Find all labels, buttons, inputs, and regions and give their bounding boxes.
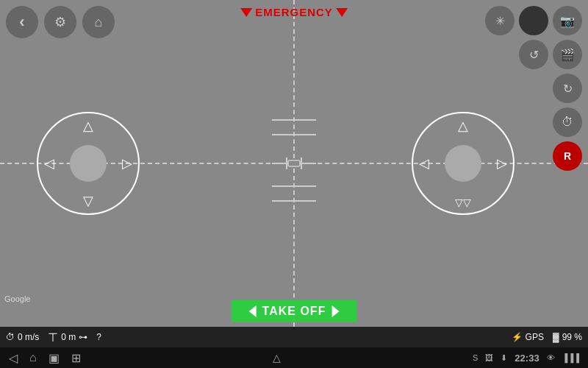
speed-display: ⏱ 0 m/s	[6, 332, 39, 342]
top-right-row-3: ↻	[485, 74, 582, 103]
flip-icon: ↺	[529, 48, 539, 62]
nav-screenshot-icon: 🖼	[485, 353, 493, 362]
altitude-value: 0 m	[61, 332, 76, 342]
nav-grid-icon[interactable]: ⊞	[71, 351, 81, 365]
nav-skype-icon: S	[473, 353, 478, 362]
altitude-display: ⊤ 0 m ⊶	[48, 330, 87, 344]
att-line-2	[272, 134, 316, 135]
gps-display: ⚡ GPS	[512, 332, 544, 342]
gear-icon: ⚙	[54, 14, 66, 30]
right-joy-down-arrow: ▽▽	[455, 197, 471, 208]
right-joystick-thumb[interactable]	[445, 145, 481, 182]
takeoff-button[interactable]: TAKE OFF	[232, 300, 357, 322]
record-icon: ●	[528, 11, 538, 30]
left-joystick[interactable]: △ ▽ ◁ ▷	[37, 112, 140, 215]
propeller-icon: ✳	[495, 14, 505, 28]
clock-display: 22:33	[514, 353, 539, 364]
takeoff-label: TAKE OFF	[262, 305, 326, 318]
nav-recent-apps-icon[interactable]: ▣	[49, 351, 60, 365]
speed-icon: ⏱	[6, 332, 15, 342]
r-icon: R	[564, 150, 571, 162]
speed-value: 0 m/s	[18, 332, 39, 342]
signal-icon: ⚡	[512, 332, 523, 342]
flip-button[interactable]: ↺	[519, 40, 548, 69]
left-joystick-thumb[interactable]	[70, 145, 107, 182]
camera-icon: 📷	[560, 14, 575, 28]
nav-right: S 🖼 ⬇ 22:33 👁 ▐▐▐	[473, 353, 579, 364]
home-button[interactable]: ⌂	[82, 6, 115, 38]
att-line-4	[272, 200, 316, 202]
info-display: ?	[96, 332, 101, 342]
att-line-1	[272, 119, 316, 121]
back-icon: ‹	[19, 13, 24, 32]
loop-button[interactable]: ↻	[553, 74, 582, 103]
right-joy-up-arrow: △	[458, 119, 468, 132]
status-bar: ⏱ 0 m/s ⊤ 0 m ⊶ ? TAKE OFF ⚡ GPS ▓ 99 %	[0, 327, 588, 347]
distance-icon: ⊶	[79, 332, 87, 342]
flight-area: EMERGENCY ‹ ⚙ ⌂ ✳ ● 📷 ↺	[0, 0, 588, 327]
battery-bar-icon: ▓	[553, 332, 559, 342]
settings-button[interactable]: ⚙	[44, 6, 76, 38]
home-icon: ⌂	[95, 15, 103, 30]
left-joy-down-arrow: ▽	[83, 194, 93, 208]
video-settings-icon: 🎬	[560, 48, 575, 62]
right-joy-left-arrow: ◁	[419, 157, 429, 170]
drone-silhouette	[272, 158, 316, 169]
google-watermark: Google	[4, 294, 30, 303]
att-line-3	[272, 185, 316, 187]
video-settings-button[interactable]: 🎬	[553, 40, 582, 69]
top-left-controls: ‹ ⚙ ⌂	[6, 6, 115, 38]
timer-button[interactable]: ⏱	[553, 107, 582, 137]
nav-up-chevron: △	[273, 352, 281, 364]
r-button[interactable]: R	[553, 141, 582, 171]
nav-eye-icon: 👁	[547, 353, 555, 362]
gps-label: GPS	[526, 332, 544, 342]
battery-value: 99 %	[562, 332, 582, 342]
google-label: Google	[4, 294, 30, 303]
left-joystick-ring: △ ▽ ◁ ▷	[37, 112, 140, 215]
nav-back-icon[interactable]: ◁	[9, 351, 18, 365]
emergency-button[interactable]: EMERGENCY	[240, 6, 348, 18]
record-button[interactable]: ●	[519, 6, 548, 35]
takeoff-triangle-right	[331, 305, 339, 317]
top-right-row-1: ✳ ● 📷	[485, 6, 582, 35]
left-joy-left-arrow: ◁	[44, 157, 54, 170]
emergency-triangle-left	[240, 8, 252, 17]
emergency-triangle-right	[336, 8, 348, 17]
right-joystick-ring: △ ▽▽ ◁ ▷	[412, 112, 514, 215]
emergency-label: EMERGENCY	[255, 6, 333, 18]
nav-home-icon[interactable]: ⌂	[29, 351, 37, 365]
nav-download-icon: ⬇	[501, 353, 507, 363]
info-icon: ?	[96, 332, 101, 342]
back-button[interactable]: ‹	[6, 6, 38, 38]
camera-button[interactable]: 📷	[553, 6, 582, 35]
left-joy-right-arrow: ▷	[122, 157, 132, 170]
left-joy-up-arrow: △	[83, 119, 93, 132]
nav-left: ◁ ⌂ ▣ ⊞	[9, 351, 81, 365]
svg-rect-3	[288, 160, 300, 166]
propeller-button[interactable]: ✳	[485, 6, 514, 35]
nav-bar: ◁ ⌂ ▣ ⊞ △ S 🖼 ⬇ 22:33 👁 ▐▐▐	[0, 347, 588, 368]
altitude-icon: ⊤	[48, 330, 58, 344]
right-joystick[interactable]: △ ▽▽ ◁ ▷	[412, 112, 514, 215]
right-joy-right-arrow: ▷	[497, 157, 507, 170]
loop-icon: ↻	[563, 82, 573, 96]
timer-icon: ⏱	[562, 116, 573, 129]
battery-display: ▓ 99 %	[553, 332, 582, 342]
nav-signal-icon: ▐▐▐	[562, 353, 579, 362]
top-right-row-2: ↺ 🎬	[485, 40, 582, 69]
takeoff-triangle-left	[249, 305, 257, 317]
